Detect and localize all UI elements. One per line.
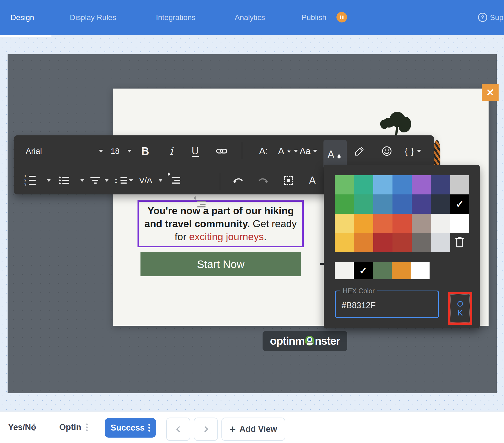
color-swatch[interactable] xyxy=(411,262,430,279)
line-height-caret[interactable] xyxy=(129,168,133,192)
ordered-list-button[interactable]: 1 2 3 xyxy=(24,168,36,192)
color-swatch[interactable] xyxy=(392,214,412,233)
brand-text-right: nster xyxy=(315,335,340,347)
color-swatch[interactable] xyxy=(335,233,354,252)
color-swatch[interactable] xyxy=(354,233,373,252)
view-tab-yesno[interactable]: Yes/No xyxy=(8,412,36,443)
color-swatch[interactable] xyxy=(354,175,373,194)
ok-button[interactable]: OK xyxy=(450,294,470,323)
optinmonster-badge[interactable]: optinm nster xyxy=(263,331,347,351)
yesno-menu-icon[interactable] xyxy=(33,412,35,443)
plus-icon: + xyxy=(230,424,235,434)
toolbar-divider xyxy=(242,142,242,159)
tab-integrations[interactable]: Integrations xyxy=(156,0,195,35)
bullet-list-button[interactable] xyxy=(59,168,69,192)
chevron-right-icon xyxy=(202,426,208,432)
color-swatch[interactable] xyxy=(354,214,373,233)
start-now-button[interactable]: Start Now xyxy=(140,252,301,276)
align-center-button[interactable] xyxy=(90,168,100,192)
emoji-icon[interactable] xyxy=(382,138,392,165)
optin-menu-icon[interactable] xyxy=(86,412,88,443)
illustration-striped-hat xyxy=(433,140,440,166)
bullet-list-caret[interactable] xyxy=(80,168,84,192)
line-height-button[interactable]: ↕ xyxy=(114,168,127,192)
text-style-button[interactable]: A: xyxy=(259,138,268,165)
color-swatch[interactable] xyxy=(392,233,412,252)
support-link[interactable]: Sup xyxy=(490,0,503,35)
color-swatch[interactable] xyxy=(392,262,411,279)
remove-color-icon[interactable] xyxy=(453,234,466,250)
highlight-pen-icon[interactable] xyxy=(355,138,364,165)
tab-display-rules[interactable]: Display Rules xyxy=(70,0,116,35)
views-bar: Yes/No Optin Success + Add View xyxy=(0,411,504,443)
color-swatch[interactable] xyxy=(373,233,392,252)
color-swatch[interactable]: ✓ xyxy=(354,262,373,279)
color-swatch[interactable] xyxy=(373,214,392,233)
view-tab-optin[interactable]: Optin xyxy=(59,412,81,443)
active-tab-underline xyxy=(0,35,51,37)
merge-tags-button[interactable]: { } xyxy=(405,138,421,165)
builder-background: Design Display Rules Integrations Analyt… xyxy=(0,0,504,443)
tab-design[interactable]: Design xyxy=(11,0,34,35)
text-case-button[interactable]: Aa xyxy=(300,138,317,165)
font-size-caret[interactable] xyxy=(127,138,132,165)
align-caret[interactable] xyxy=(104,168,109,192)
prev-view-button[interactable] xyxy=(166,418,190,441)
color-swatch[interactable] xyxy=(431,214,450,233)
ordered-list-caret[interactable] xyxy=(47,168,51,192)
color-swatch[interactable] xyxy=(335,194,354,214)
plant-illustration xyxy=(382,112,415,138)
font-family-select[interactable]: Arial xyxy=(26,138,42,165)
color-swatch[interactable]: ✓ xyxy=(450,194,469,214)
view-tab-success[interactable]: Success xyxy=(105,418,156,438)
color-swatch[interactable] xyxy=(412,194,431,214)
font-size-select[interactable]: 18 xyxy=(111,138,119,165)
italic-button[interactable]: i xyxy=(170,138,173,165)
palette-grid: ✓ xyxy=(335,175,469,252)
hex-color-label: HEX Color xyxy=(340,287,377,295)
add-view-button[interactable]: + Add View xyxy=(221,418,285,441)
color-swatch[interactable] xyxy=(335,214,354,233)
favorite-styles-button[interactable]: A★ xyxy=(278,138,298,165)
underline-button[interactable]: U xyxy=(192,138,199,165)
color-swatch[interactable] xyxy=(392,175,412,194)
color-swatch[interactable] xyxy=(335,262,354,279)
color-swatch[interactable] xyxy=(431,175,450,194)
hex-color-value[interactable]: #B8312F xyxy=(342,301,376,310)
top-navigation: Design Display Rules Integrations Analyt… xyxy=(0,0,504,35)
next-view-button[interactable] xyxy=(194,418,218,441)
font-family-caret[interactable] xyxy=(99,138,103,165)
tab-analytics[interactable]: Analytics xyxy=(235,0,265,35)
color-swatch[interactable] xyxy=(373,175,392,194)
undo-icon[interactable] xyxy=(233,168,244,192)
color-swatch[interactable] xyxy=(412,233,431,252)
toolbar-divider xyxy=(220,173,220,190)
tab-publish[interactable]: Publish xyxy=(302,0,326,35)
monster-mascot-icon xyxy=(305,336,315,346)
color-swatch[interactable] xyxy=(373,194,392,214)
bold-button[interactable]: B xyxy=(141,138,149,165)
color-swatch[interactable] xyxy=(412,214,431,233)
popup-close-button[interactable]: ✕ xyxy=(482,84,499,101)
select-all-icon[interactable] xyxy=(284,168,293,192)
color-picker-panel: ✓ ✓ HEX Color #B8312F OK xyxy=(324,165,480,328)
color-swatch[interactable] xyxy=(431,194,450,214)
publish-paused-icon[interactable] xyxy=(336,12,347,22)
char-spacing-caret[interactable] xyxy=(158,168,163,192)
hex-color-field[interactable]: HEX Color #B8312F xyxy=(335,291,439,318)
link-icon[interactable] xyxy=(216,138,227,165)
success-menu-icon[interactable] xyxy=(148,424,150,432)
help-icon[interactable]: ? xyxy=(478,13,487,22)
clear-format-icon[interactable]: A xyxy=(309,168,318,192)
color-swatch[interactable] xyxy=(335,175,354,194)
color-swatch[interactable] xyxy=(373,262,392,279)
color-swatch[interactable] xyxy=(412,175,431,194)
chevron-left-icon xyxy=(176,426,182,432)
color-swatch[interactable] xyxy=(354,194,373,214)
color-swatch[interactable] xyxy=(431,233,450,252)
char-spacing-button[interactable]: V/A xyxy=(139,168,152,192)
color-swatch[interactable] xyxy=(450,175,469,194)
redo-icon[interactable] xyxy=(258,168,269,192)
color-swatch[interactable] xyxy=(450,214,469,233)
color-swatch[interactable] xyxy=(392,194,412,214)
